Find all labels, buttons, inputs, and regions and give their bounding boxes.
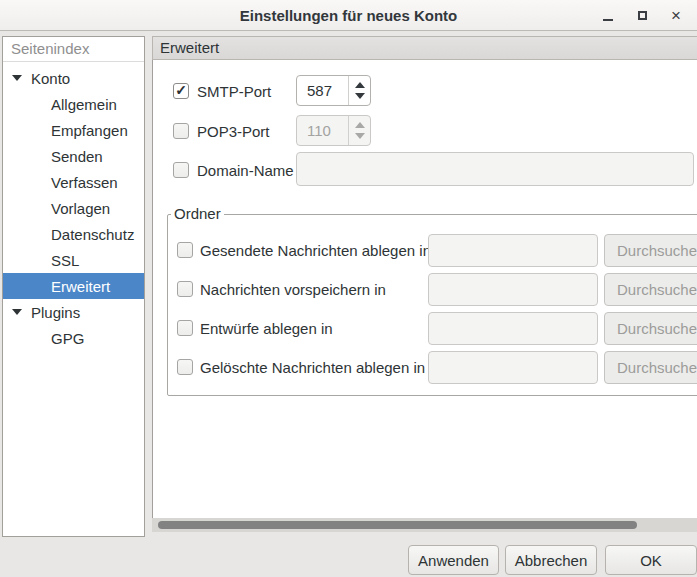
pop3-port-input[interactable] <box>297 116 348 145</box>
spin-down-icon[interactable] <box>355 93 365 99</box>
sidebar-item-gpg[interactable]: GPG <box>3 325 144 351</box>
trash-folder-label: Gelöschte Nachrichten ablegen in <box>200 359 425 376</box>
tree-item-label: Plugins <box>31 304 80 321</box>
horizontal-scrollbar[interactable] <box>152 518 697 532</box>
drafts-folder-input[interactable] <box>428 312 598 345</box>
sidebar-item-vorlagen[interactable]: Vorlagen <box>3 195 144 221</box>
pop3-port-label: POP3-Port <box>197 123 270 140</box>
trash-folder-checkbox[interactable] <box>177 359 193 375</box>
tree-item-label: Vorlagen <box>51 200 110 217</box>
main-panel: Erweitert SMTP-Port POP3-Port Domain-Nam… <box>152 36 697 532</box>
window-title: Einstellungen für neues Konto <box>240 7 458 24</box>
folders-group-title: Ordner <box>171 205 224 222</box>
horizontal-scrollbar-thumb[interactable] <box>158 521 637 529</box>
trash-folder-browse-button[interactable]: Durchsuchen <box>604 351 697 384</box>
page-index-sidebar: Seitenindex Konto Allgemein Empfangen Se… <box>2 36 145 537</box>
chevron-down-icon[interactable] <box>12 75 22 81</box>
ok-button[interactable]: OK <box>605 545 697 575</box>
sidebar-item-datenschutz[interactable]: Datenschutz <box>3 221 144 247</box>
drafts-folder-label: Entwürfe ablegen in <box>200 320 333 337</box>
cancel-button[interactable]: Abbrechen <box>505 545 597 575</box>
queue-folder-browse-button[interactable]: Durchsuchen <box>604 273 697 306</box>
trash-folder-input[interactable] <box>428 351 598 384</box>
sidebar-item-konto[interactable]: Konto <box>3 65 144 91</box>
sidebar-item-plugins[interactable]: Plugins <box>3 299 144 325</box>
spin-down-icon[interactable] <box>355 133 365 139</box>
tree-item-label: Datenschutz <box>51 226 134 243</box>
close-button[interactable]: × <box>659 2 693 30</box>
domain-name-label: Domain-Name <box>197 162 294 179</box>
smtp-port-spinbox <box>296 75 371 106</box>
maximize-button[interactable] <box>625 2 659 30</box>
sent-folder-browse-button[interactable]: Durchsuchen <box>604 234 697 267</box>
page-title: Erweitert <box>152 36 697 60</box>
apply-button[interactable]: Anwenden <box>408 545 499 575</box>
sent-folder-input[interactable] <box>428 234 598 267</box>
account-preferences-dialog: { "window": { "title": "Einstellungen fü… <box>0 0 697 577</box>
sidebar-item-erweitert[interactable]: Erweitert <box>3 273 144 299</box>
tree-item-label: Verfassen <box>51 174 118 191</box>
sidebar-item-allgemein[interactable]: Allgemein <box>3 91 144 117</box>
drafts-folder-browse-button[interactable]: Durchsuchen <box>604 312 697 345</box>
tree-item-label: Erweitert <box>51 278 110 295</box>
advanced-settings-viewport: SMTP-Port POP3-Port Domain-Name Ordner <box>152 60 697 518</box>
settings-tree: Konto Allgemein Empfangen Senden Verfass… <box>3 62 144 351</box>
sidebar-header: Seitenindex <box>3 37 144 62</box>
pop3-port-spinbox <box>296 115 371 146</box>
sent-folder-checkbox[interactable] <box>177 242 193 258</box>
pop3-port-checkbox[interactable] <box>173 123 189 139</box>
spinner-arrows <box>348 76 370 105</box>
domain-name-checkbox[interactable] <box>173 162 189 178</box>
minimize-icon <box>603 19 613 21</box>
smtp-port-checkbox[interactable] <box>173 83 189 99</box>
spin-up-icon[interactable] <box>355 82 365 88</box>
sidebar-item-ssl[interactable]: SSL <box>3 247 144 273</box>
window-controls: × <box>591 0 693 31</box>
tree-item-label: Senden <box>51 148 103 165</box>
maximize-icon <box>638 11 647 20</box>
sidebar-item-senden[interactable]: Senden <box>3 143 144 169</box>
titlebar: Einstellungen für neues Konto × <box>0 0 697 31</box>
drafts-folder-checkbox[interactable] <box>177 320 193 336</box>
smtp-port-input[interactable] <box>297 76 348 105</box>
smtp-port-label: SMTP-Port <box>197 83 271 100</box>
minimize-button[interactable] <box>591 2 625 30</box>
sidebar-item-empfangen[interactable]: Empfangen <box>3 117 144 143</box>
tree-item-label: Konto <box>31 70 70 87</box>
domain-name-input[interactable] <box>296 152 694 186</box>
sent-folder-label: Gesendete Nachrichten ablegen in <box>200 242 431 259</box>
tree-item-label: SSL <box>51 252 79 269</box>
queue-folder-checkbox[interactable] <box>177 281 193 297</box>
sidebar-item-verfassen[interactable]: Verfassen <box>3 169 144 195</box>
queue-folder-input[interactable] <box>428 273 598 306</box>
spinner-arrows <box>348 116 370 145</box>
chevron-down-icon[interactable] <box>12 309 22 315</box>
tree-item-label: GPG <box>51 330 84 347</box>
spin-up-icon[interactable] <box>355 122 365 128</box>
queue-folder-label: Nachrichten vorspeichern in <box>200 281 386 298</box>
close-icon: × <box>671 7 681 24</box>
tree-item-label: Empfangen <box>51 122 128 139</box>
tree-item-label: Allgemein <box>51 96 117 113</box>
